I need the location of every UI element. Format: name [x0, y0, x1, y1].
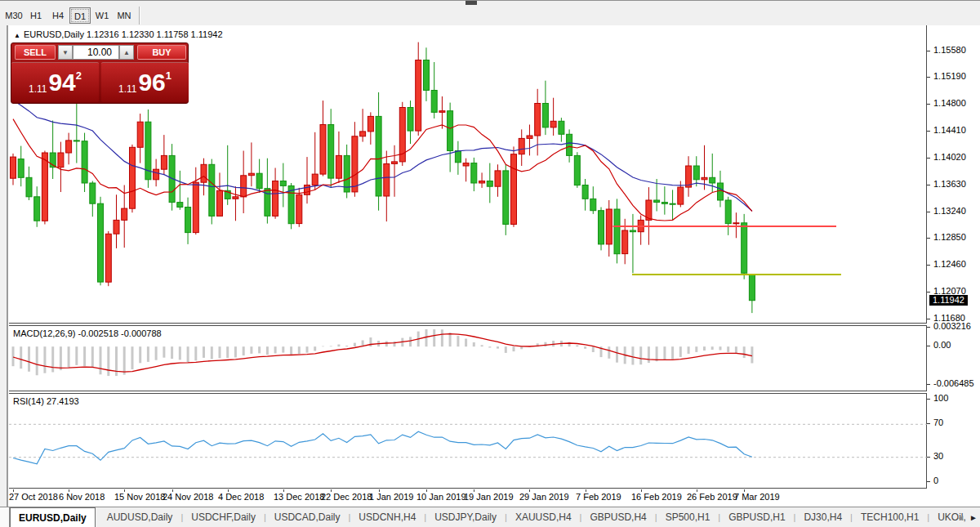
price-tick-dash [927, 292, 930, 293]
buy-button[interactable]: BUY [137, 45, 186, 60]
window-fragment [466, 1, 477, 5]
macd-label: MACD(12,26,9) -0.002518 -0.000788 [13, 328, 162, 338]
chart-quote-header: ▲EURUSD,Daily 1.12316 1.12330 1.11758 1.… [14, 29, 223, 39]
date-tick-label: 7 Mar 2019 [734, 492, 780, 502]
date-tick-label: 4 Dec 2018 [218, 492, 264, 502]
timeframe-toolbar: M30H1H4D1W1MN [0, 6, 980, 25]
rsi-tick-dash [927, 423, 930, 424]
buy-price-big: 96 [138, 70, 165, 95]
macd-tick: 0.003216 [933, 321, 971, 331]
price-tick-dash [927, 265, 930, 266]
tabs: EURUSD,DailyAUDUSD,Daily|USDCHF,Daily|US… [10, 507, 974, 527]
rsi-tick: 30 [933, 451, 943, 461]
macd-tick: -0.006485 [933, 378, 974, 388]
date-tick-label: 10 Jan 2019 [416, 492, 466, 502]
main-chart-panel[interactable]: ▲EURUSD,Daily 1.12316 1.12330 1.11758 1.… [9, 25, 927, 324]
macd-tick-dash [927, 346, 930, 346]
sell-price-sup: 2 [76, 69, 82, 82]
timeframe-button-h1[interactable]: H1 [25, 7, 47, 24]
chart-tab-usdjpy-daily[interactable]: USDJPY,Daily [426, 507, 505, 527]
buy-price-display[interactable]: 1.11 96 1 [101, 62, 189, 102]
price-tick-dash [927, 104, 930, 105]
chart-tab-usdchf-daily[interactable]: USDCHF,Daily [183, 507, 264, 527]
date-tick-label: 1 Jan 2019 [369, 492, 413, 502]
current-price-tag: 1.11942 [929, 295, 968, 306]
date-tick-label: 7 Feb 2019 [576, 492, 621, 502]
chart-tab-gbpusd-h4[interactable]: GBPUSD,H4 [581, 507, 654, 527]
volume-input[interactable] [73, 45, 119, 60]
chart-tab-dj30-h4[interactable]: DJ30,H4 [795, 507, 850, 527]
rsi-tick: 0 [933, 476, 938, 485]
chart-window: ▲EURUSD,Daily 1.12316 1.12330 1.11758 1.… [7, 25, 980, 507]
one-click-trade-panel: SELL ▼ ▲ BUY 1.11 94 2 1.11 96 1 [11, 42, 189, 104]
volume-increase-icon[interactable]: ▲ [119, 45, 134, 60]
rsi-tick: 100 [933, 393, 948, 403]
date-tick-label: 29 Jan 2019 [519, 492, 569, 502]
cropped-parent-window-edge [0, 0, 980, 6]
price-tick-dash [927, 212, 930, 212]
toolbar-separator [139, 7, 140, 25]
price-tick: 1.15190 [933, 71, 966, 81]
rsi-tick: 70 [933, 418, 943, 427]
date-tick-label: 16 Feb 2019 [631, 492, 682, 502]
macd-panel[interactable]: MACD(12,26,9) -0.002518 -0.000788 [9, 325, 927, 391]
date-tick-label: 15 Nov 2018 [114, 492, 165, 502]
sell-button[interactable]: SELL [15, 45, 56, 60]
chart-tab-bar: EURUSD,DailyAUDUSD,Daily|USDCHF,Daily|US… [0, 507, 980, 527]
price-tick-dash [927, 158, 930, 159]
scroll-tabs-right-icon[interactable]: ► [969, 513, 978, 522]
rsi-tick-dash [927, 399, 930, 400]
timeframe-button-m30[interactable]: M30 [3, 7, 24, 24]
price-tick: 1.13630 [933, 179, 966, 189]
tab-scroll-arrows: ◄ ► [956, 507, 978, 527]
timeframe-button-mn[interactable]: MN [114, 7, 135, 24]
chart-tab-eurusd-daily[interactable]: EURUSD,Daily [10, 507, 96, 527]
date-tick-label: 24 Nov 2018 [163, 492, 213, 502]
price-axis[interactable]: 1.155801.151901.148001.144101.140201.136… [927, 25, 980, 489]
rsi-tick-dash [927, 481, 930, 482]
tab-bar-stub[interactable] [0, 507, 10, 527]
macd-tick: 0.00 [933, 340, 951, 350]
sell-price-big: 94 [48, 70, 75, 95]
mt4-window: M30H1H4D1W1MN ▲EURUSD,Daily 1.12316 1.12… [0, 0, 980, 527]
chart-tab-sp500-h1[interactable]: SP500,H1 [657, 507, 719, 527]
volume-decrease-icon[interactable]: ▼ [58, 45, 73, 60]
price-tick: 1.14410 [933, 125, 966, 135]
price-tick: 1.15580 [933, 45, 966, 55]
price-tick-dash [927, 131, 930, 132]
chart-tab-xauusd-h4[interactable]: XAUUSD,H4 [507, 507, 580, 527]
timeframe-button-w1[interactable]: W1 [91, 7, 113, 24]
price-tick-dash [927, 185, 930, 185]
date-tick-label: 27 Oct 2018 [9, 492, 58, 502]
chart-tab-usdcnh-h4[interactable]: USDCNH,H4 [350, 507, 424, 527]
timeframe-button-h4[interactable]: H4 [47, 7, 69, 24]
macd-tick-dash [927, 384, 930, 385]
chart-tab-gbpusd-h1[interactable]: GBPUSD,H1 [720, 507, 793, 527]
price-tick: 1.12850 [933, 232, 966, 242]
price-tick-dash [927, 77, 930, 78]
macd-tick-dash [927, 327, 930, 328]
price-tick-dash [927, 51, 930, 51]
collapse-triangle-icon[interactable]: ▲ [14, 32, 20, 39]
price-tick-dash [927, 319, 930, 319]
scroll-tabs-left-icon[interactable]: ◄ [956, 513, 964, 522]
buy-price-prefix: 1.11 [118, 83, 136, 95]
rsi-panel[interactable]: RSI(14) 27.4193 [9, 393, 927, 489]
price-tick-dash [927, 238, 930, 239]
date-tick-label: 26 Feb 2019 [687, 492, 737, 502]
chart-tab-usdcad-daily[interactable]: USDCAD,Daily [266, 507, 349, 527]
date-tick-label: 22 Dec 2018 [321, 492, 372, 502]
chart-tab-tech100-h1[interactable]: TECH100,H1 [853, 507, 927, 527]
date-axis[interactable]: 27 Oct 20186 Nov 201815 Nov 201824 Nov 2… [9, 489, 927, 507]
rsi-chart[interactable] [9, 394, 927, 489]
chart-tab-audusd-daily[interactable]: AUDUSD,Daily [99, 507, 181, 527]
price-tick: 1.12460 [933, 259, 966, 269]
sell-price-prefix: 1.11 [29, 83, 47, 95]
timeframe-button-d1[interactable]: D1 [69, 7, 91, 24]
date-tick-label: 19 Jan 2019 [464, 492, 514, 502]
date-tick-label: 6 Nov 2018 [59, 492, 105, 502]
sell-price-display[interactable]: 1.11 94 2 [11, 62, 99, 102]
date-tick-label: 13 Dec 2018 [274, 492, 324, 502]
price-tick: 1.13240 [933, 206, 966, 216]
rsi-label: RSI(14) 27.4193 [13, 396, 79, 406]
